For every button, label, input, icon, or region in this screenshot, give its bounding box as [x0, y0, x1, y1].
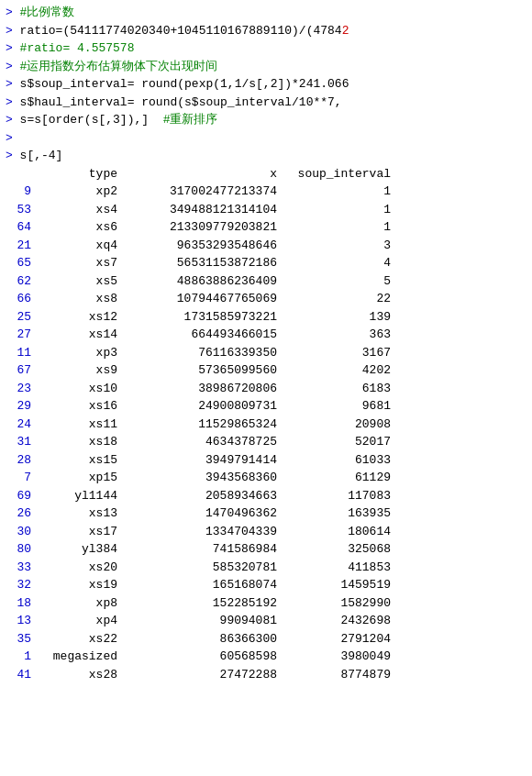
cell-soup: 20908 — [281, 416, 391, 434]
cell-rownum: 9 — [6, 183, 31, 201]
cell-type: xs6 — [35, 218, 117, 237]
cell-rownum: 41 — [6, 666, 31, 684]
cell-x: 60568598 — [121, 648, 277, 666]
table-row: 24 xs11 11529865324 20908 — [6, 416, 526, 434]
table-row: 26 xs13 1470496362 163935 — [6, 504, 526, 523]
table-row: 9 xp2 317002477213374 1 — [6, 183, 526, 201]
table-row: 62 xs5 48863886236409 5 — [6, 272, 526, 291]
prompt-5: > — [6, 75, 13, 94]
cell-soup: 180614 — [281, 523, 391, 541]
cell-x: 664493466015 — [121, 326, 277, 344]
table-row: 1 megasized 60568598 3980049 — [6, 648, 526, 666]
cell-x: 57365099560 — [121, 361, 277, 380]
cell-rownum: 31 — [6, 433, 31, 451]
cell-rownum: 13 — [6, 612, 31, 630]
cell-x: 96353293548646 — [121, 237, 277, 255]
cell-x: 349488121314104 — [121, 201, 277, 219]
cell-type: xp2 — [35, 183, 117, 201]
code-line-9: > s[,-4] — [0, 147, 532, 165]
cell-x: 56531153872186 — [121, 254, 277, 272]
table-row: 80 yl384 741586984 325068 — [6, 540, 526, 559]
cell-soup: 22 — [281, 290, 391, 308]
cell-type: xs12 — [35, 308, 117, 327]
cell-soup: 61033 — [281, 451, 391, 470]
cell-rownum: 25 — [6, 308, 31, 327]
cell-rownum: 32 — [6, 576, 31, 594]
cell-x: 4634378725 — [121, 433, 277, 451]
console: > #比例常数 > ratio=(54111774020340+10451101… — [0, 0, 532, 687]
code-5: s$soup_interval= round(pexp(1,1/s[,2])*2… — [13, 75, 349, 94]
cell-type: xp15 — [35, 469, 117, 487]
cell-rownum: 11 — [6, 344, 31, 362]
cell-type: xs11 — [35, 416, 117, 434]
cell-soup: 2432698 — [281, 612, 391, 630]
cell-x: 24900809731 — [121, 397, 277, 416]
table-rows: 9 xp2 317002477213374 1 53 xs4 349488121… — [6, 183, 526, 683]
comment-4: #运用指数分布估算物体下次出现时间 — [13, 58, 218, 76]
cell-rownum: 53 — [6, 201, 31, 219]
table-row: 41 xs28 27472288 8774879 — [6, 666, 526, 684]
cell-soup: 117083 — [281, 487, 391, 505]
cell-soup: 9681 — [281, 397, 391, 416]
cell-rownum: 80 — [6, 540, 31, 559]
table-row: 66 xs8 10794467765069 22 — [6, 290, 526, 308]
cell-rownum: 66 — [6, 290, 31, 308]
code-6: s$haul_interval= round(s$soup_interval/1… — [13, 94, 342, 112]
cell-rownum: 67 — [6, 361, 31, 380]
table-row: 53 xs4 349488121314104 1 — [6, 201, 526, 219]
comment-3: #ratio= 4.557578 — [13, 39, 135, 58]
cell-x: 2058934663 — [121, 487, 277, 505]
prompt-6: > — [6, 94, 13, 112]
table-row: 30 xs17 1334704339 180614 — [6, 523, 526, 541]
table-row: 32 xs19 165168074 1459519 — [6, 576, 526, 594]
code-line-1: > #比例常数 — [0, 4, 532, 22]
cell-rownum: 62 — [6, 272, 31, 291]
table-row: 23 xs10 38986720806 6183 — [6, 380, 526, 398]
cell-rownum: 33 — [6, 559, 31, 577]
cell-soup: 1582990 — [281, 594, 391, 613]
cell-x: 10794467765069 — [121, 290, 277, 308]
cell-soup: 4202 — [281, 361, 391, 380]
code-line-6: > s$haul_interval= round(s$soup_interval… — [0, 94, 532, 112]
cell-soup: 2791204 — [281, 630, 391, 649]
prompt-8: > — [6, 129, 13, 148]
cell-x: 76116339350 — [121, 344, 277, 362]
cell-rownum: 29 — [6, 397, 31, 416]
cell-rownum: 24 — [6, 416, 31, 434]
cell-soup: 363 — [281, 326, 391, 344]
cell-x: 741586984 — [121, 540, 277, 559]
cell-type: megasized — [35, 648, 117, 666]
cell-x: 3943568360 — [121, 469, 277, 487]
table-row: 11 xp3 76116339350 3167 — [6, 344, 526, 362]
cell-soup: 163935 — [281, 504, 391, 523]
cell-x: 3949791414 — [121, 451, 277, 470]
table-row: 27 xs14 664493466015 363 — [6, 326, 526, 344]
table-row: 67 xs9 57365099560 4202 — [6, 361, 526, 380]
table-row: 28 xs15 3949791414 61033 — [6, 451, 526, 470]
cell-x: 165168074 — [121, 576, 277, 594]
cell-type: xs13 — [35, 504, 117, 523]
cell-x: 1731585973221 — [121, 308, 277, 327]
header-x: x — [121, 165, 277, 183]
header-type: type — [35, 165, 117, 183]
cell-type: xs7 — [35, 254, 117, 272]
code-line-4: > #运用指数分布估算物体下次出现时间 — [0, 58, 532, 76]
cell-soup: 4 — [281, 254, 391, 272]
header-rownum — [6, 165, 31, 183]
cell-type: xs4 — [35, 201, 117, 219]
cell-type: xs22 — [35, 630, 117, 649]
table-row: 29 xs16 24900809731 9681 — [6, 397, 526, 416]
cell-type: yl1144 — [35, 487, 117, 505]
cell-rownum: 35 — [6, 630, 31, 649]
cell-soup: 5 — [281, 272, 391, 291]
cell-rownum: 7 — [6, 469, 31, 487]
cell-type: xp3 — [35, 344, 117, 362]
cell-soup: 1459519 — [281, 576, 391, 594]
code-7b: #重新排序 — [163, 111, 218, 129]
table-row: 35 xs22 86366300 2791204 — [6, 630, 526, 649]
code-7a: s=s[order(s[,3]),] — [13, 111, 163, 129]
cell-type: xp8 — [35, 594, 117, 613]
code-9: s[,-4] — [13, 147, 63, 165]
cell-soup: 6183 — [281, 380, 391, 398]
code-2: ratio=(54111774020340+1045110167889110)/… — [13, 22, 349, 40]
